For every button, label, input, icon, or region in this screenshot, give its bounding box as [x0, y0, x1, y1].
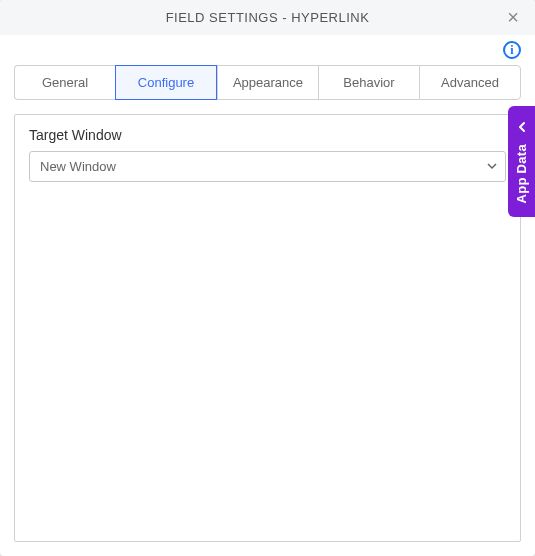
- tab-advanced[interactable]: Advanced: [419, 65, 521, 100]
- info-row: i: [0, 35, 535, 61]
- tab-label: General: [42, 75, 88, 90]
- tab-label: Configure: [138, 75, 194, 90]
- tab-label: Behavior: [343, 75, 394, 90]
- chevron-left-icon: [516, 120, 528, 136]
- target-window-select-wrapper: New Window: [29, 151, 506, 182]
- tab-label: Appearance: [233, 75, 303, 90]
- tab-general[interactable]: General: [14, 65, 115, 100]
- close-icon: ×: [507, 6, 519, 29]
- info-icon[interactable]: i: [503, 41, 521, 59]
- close-button[interactable]: ×: [501, 6, 525, 30]
- tab-bar: General Configure Appearance Behavior Ad…: [0, 65, 535, 100]
- dialog-header: FIELD SETTINGS - HYPERLINK ×: [0, 0, 535, 35]
- side-tab-label: App Data: [514, 144, 529, 203]
- target-window-label: Target Window: [29, 127, 506, 143]
- tab-behavior[interactable]: Behavior: [318, 65, 419, 100]
- tab-configure[interactable]: Configure: [115, 65, 217, 100]
- field-settings-dialog: FIELD SETTINGS - HYPERLINK × i General C…: [0, 0, 535, 556]
- tab-content: Target Window New Window: [14, 114, 521, 542]
- tab-label: Advanced: [441, 75, 499, 90]
- app-data-side-tab[interactable]: App Data: [508, 106, 535, 217]
- dialog-title: FIELD SETTINGS - HYPERLINK: [166, 10, 370, 25]
- tab-appearance[interactable]: Appearance: [217, 65, 318, 100]
- target-window-select[interactable]: New Window: [29, 151, 506, 182]
